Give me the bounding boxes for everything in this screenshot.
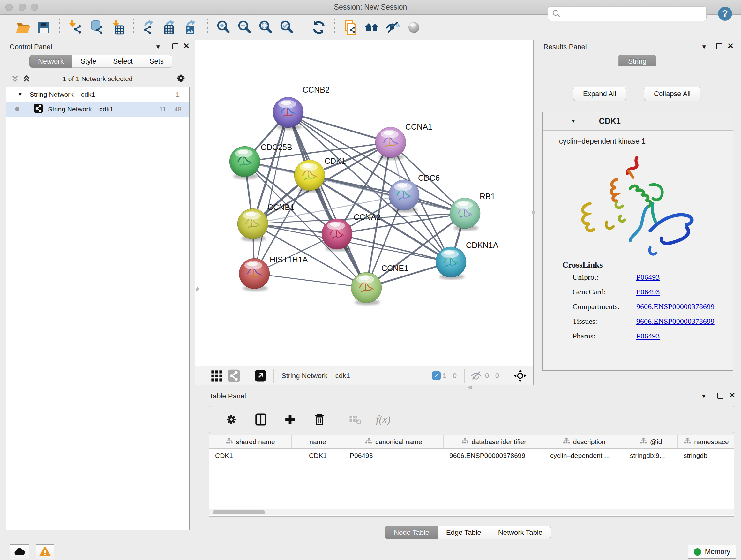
- tab-select[interactable]: Select: [105, 55, 141, 68]
- column-header-canonical-name[interactable]: canonical name: [344, 435, 444, 448]
- scrollbar-thumb[interactable]: [212, 510, 265, 514]
- edge-HIST1H1A-CCNE1[interactable]: [254, 273, 366, 288]
- network-options-gear-icon[interactable]: [176, 73, 186, 85]
- column-header-shared-name[interactable]: shared name: [209, 435, 292, 448]
- birds-eye-crosshair-icon[interactable]: [512, 367, 529, 384]
- table-cell[interactable]: 9606.ENSP00000378699: [444, 449, 544, 462]
- open-in-new-window-icon[interactable]: [252, 367, 269, 384]
- network-collection-row[interactable]: ▼ String Network – cdk1 1: [6, 87, 189, 102]
- selected-checkbox-icon[interactable]: ✓: [432, 371, 441, 380]
- panel-float-icon[interactable]: [716, 44, 722, 50]
- tab-network[interactable]: Network: [29, 55, 72, 68]
- network-canvas[interactable]: CCNB2CCNA1CDC25BCDK1CDC6RB1CCNB1CCNA2CDK…: [195, 40, 533, 366]
- export-image-icon[interactable]: [181, 18, 202, 37]
- table-horizontal-scrollbar[interactable]: [209, 509, 734, 515]
- import-network-database-icon[interactable]: [86, 18, 107, 37]
- panel-menu-icon[interactable]: ▼: [155, 44, 161, 51]
- crosslink-link[interactable]: P06493: [636, 273, 660, 282]
- table-cell[interactable]: CDK1: [292, 449, 344, 462]
- table-cell[interactable]: cyclin–dependent ...: [544, 449, 624, 462]
- collapse-all-button[interactable]: Collapse All: [644, 86, 700, 101]
- panel-menu-icon[interactable]: ▼: [701, 44, 707, 51]
- delete-table-icon[interactable]: [347, 411, 364, 428]
- panel-float-icon[interactable]: [718, 393, 724, 399]
- memory-button[interactable]: Memory: [688, 545, 736, 559]
- export-network-icon[interactable]: [139, 18, 160, 37]
- edge-CCNB2-CCNA1[interactable]: [288, 112, 391, 142]
- node-CCNB1[interactable]: [238, 208, 268, 241]
- import-table-file-icon[interactable]: [107, 18, 128, 37]
- column-header-namespace[interactable]: namespace: [678, 435, 734, 448]
- tab-sets[interactable]: Sets: [141, 55, 172, 68]
- disclosure-triangle-icon[interactable]: ▼: [17, 91, 23, 98]
- node-CDC6[interactable]: [389, 180, 419, 212]
- hidden-eye-icon[interactable]: [469, 367, 483, 384]
- hide-selected-icon[interactable]: [382, 18, 403, 37]
- show-eye-icon[interactable]: [403, 18, 424, 37]
- cloud-button[interactable]: [10, 544, 29, 559]
- splitter-handle[interactable]: [196, 287, 199, 291]
- node-CDK1[interactable]: [294, 160, 325, 193]
- table-cell[interactable]: CDK1: [209, 449, 292, 462]
- column-header-name[interactable]: name: [292, 435, 344, 448]
- table-cell[interactable]: stringdb:9...: [624, 449, 678, 462]
- node-CDKN1A[interactable]: [435, 247, 466, 280]
- tab-edge-table[interactable]: Edge Table: [437, 526, 490, 539]
- panel-float-icon[interactable]: [172, 44, 179, 50]
- delete-column-trash-icon[interactable]: [311, 411, 328, 428]
- node-RB1[interactable]: [450, 198, 480, 231]
- search-input[interactable]: [562, 10, 699, 17]
- warnings-button[interactable]: [36, 544, 54, 559]
- splitter-handle[interactable]: [468, 386, 472, 389]
- zoom-in-icon[interactable]: [213, 18, 234, 37]
- help-button[interactable]: ?: [717, 6, 733, 22]
- table-settings-gear-icon[interactable]: [223, 411, 240, 428]
- horizontal-splitter[interactable]: [195, 385, 741, 389]
- panel-menu-icon[interactable]: ▼: [701, 393, 707, 400]
- open-session-icon[interactable]: [12, 18, 33, 37]
- panel-close-icon[interactable]: ✕: [727, 42, 734, 51]
- node-CDC25B[interactable]: [229, 146, 260, 179]
- panel-close-icon[interactable]: ✕: [183, 42, 190, 51]
- function-builder-icon[interactable]: f(x): [376, 414, 391, 426]
- crosslink-link[interactable]: P06493: [636, 288, 660, 296]
- duplicate-network-icon[interactable]: [340, 18, 361, 37]
- protein-card-header[interactable]: ▼ CDK1: [542, 112, 738, 131]
- node-HIST1H1A[interactable]: [239, 258, 270, 291]
- panel-close-icon[interactable]: ✕: [729, 391, 735, 400]
- edge-CCNB2-HIST1H1A[interactable]: [254, 112, 288, 273]
- zoom-out-icon[interactable]: [234, 18, 255, 37]
- add-column-icon[interactable]: [281, 411, 299, 428]
- column-header-@id[interactable]: @id: [624, 435, 678, 448]
- zoom-selected-icon[interactable]: [276, 18, 297, 37]
- import-network-file-icon[interactable]: [65, 18, 86, 37]
- search-icon: [551, 8, 562, 19]
- show-all-networks-icon[interactable]: [361, 18, 382, 37]
- save-session-icon[interactable]: [33, 18, 54, 37]
- crosslink-link[interactable]: 9606.ENSP00000378699: [636, 302, 715, 311]
- show-columns-icon[interactable]: [252, 411, 269, 428]
- column-header-database-identifier[interactable]: database identifier: [444, 435, 544, 448]
- node-CCNA1[interactable]: [375, 127, 406, 160]
- zoom-fit-icon[interactable]: [255, 18, 276, 37]
- node-CCNE1[interactable]: [351, 272, 382, 305]
- crosslink-link[interactable]: 9606.ENSP00000378699: [636, 317, 715, 326]
- table-cell[interactable]: P06493: [344, 449, 444, 462]
- results-scrollbar[interactable]: [733, 66, 738, 380]
- splitter-handle[interactable]: [532, 211, 535, 214]
- apply-layout-icon[interactable]: [308, 18, 329, 37]
- crosslink-link[interactable]: P06493: [636, 332, 660, 340]
- export-table-icon[interactable]: [160, 18, 181, 37]
- table-cell[interactable]: stringdb: [678, 449, 734, 462]
- tab-network-table[interactable]: Network Table: [489, 526, 551, 539]
- help-icon: ?: [717, 6, 733, 22]
- table-row[interactable]: CDK1CDK1P064939606.ENSP00000378699cyclin…: [209, 449, 734, 462]
- column-header-description[interactable]: description: [544, 435, 624, 448]
- tab-style[interactable]: Style: [72, 55, 105, 68]
- share-view-icon[interactable]: [225, 367, 243, 384]
- disclosure-triangle-icon[interactable]: ▼: [570, 118, 576, 125]
- tab-node-table[interactable]: Node Table: [385, 526, 438, 539]
- expand-all-button[interactable]: Expand All: [573, 86, 626, 101]
- grid-view-icon[interactable]: [208, 367, 225, 384]
- network-row-selected[interactable]: String Network – cdk1 11 48: [6, 102, 189, 117]
